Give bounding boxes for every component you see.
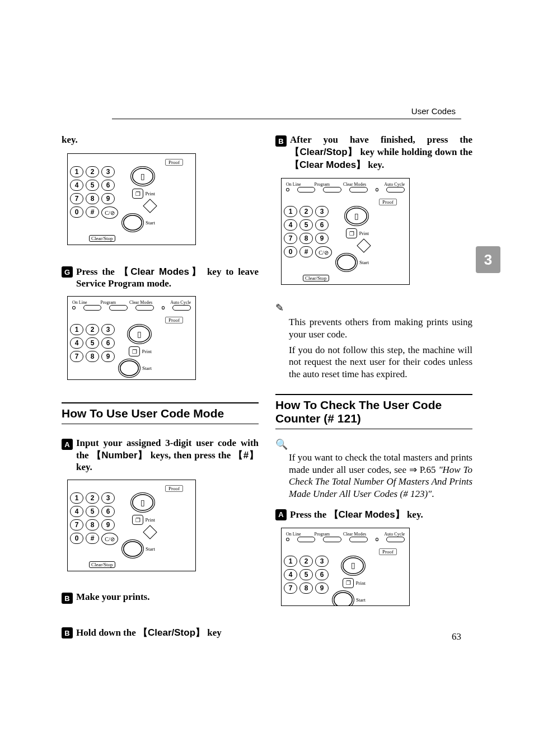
page-number: 63 <box>452 631 461 642</box>
step-a-right: A Press the 【Clear Modes】 key. <box>275 508 472 521</box>
note-p1: This prevents others from making prints … <box>289 316 472 341</box>
clearstop-label: Clear/Stop <box>303 275 329 281</box>
proof-label: Proof <box>165 317 183 323</box>
note-body: This prevents others from making prints … <box>289 316 472 384</box>
step-g-prefix: Press the <box>76 266 119 277</box>
step-b-text: Make your prints. <box>76 591 259 603</box>
autocycle-label: Auto Cycle <box>384 532 405 537</box>
clearmodes-label: Clear Modes <box>129 300 152 305</box>
right-column: B After you have finished, press the 【Cl… <box>275 134 472 642</box>
step-b-right: B After you have finished, press the 【Cl… <box>275 134 472 171</box>
program-label: Program <box>314 182 330 187</box>
proof-label: Proof <box>379 548 397 555</box>
program-label: Program <box>314 532 330 537</box>
keypad-figure-2: On Line Program Clear Modes Auto Cycle P… <box>67 296 196 380</box>
clear-stop-icon: C/⊘ <box>315 246 332 259</box>
left-column: key. Proof 123 456 789 0#C/⊘ ▯ ❐Print <box>62 134 259 642</box>
clear-stop-icon: C/⊘ <box>101 206 118 219</box>
keypad-figure-5: On Line Program Clear Modes Auto Cycle P… <box>281 528 410 606</box>
clearmodes-key: Clear Modes <box>339 509 395 520</box>
preparation-body: If you want to check the total masters a… <box>289 452 472 500</box>
clearstop-label: Clear/Stop <box>89 235 115 242</box>
header-rule <box>112 119 461 119</box>
step-number-icon: G <box>62 266 73 278</box>
keypad-figure-1: Proof 123 456 789 0#C/⊘ ▯ ❐Print Start <box>67 153 196 245</box>
rstepb-t3: key. <box>366 159 384 170</box>
rstepb-t1: After you have finished, press the <box>290 134 472 145</box>
proof-label: Proof <box>165 159 183 166</box>
online-label: On Line <box>286 182 301 187</box>
clearmodes-key: Clear Modes <box>299 159 356 170</box>
clear-stop-icon: C/⊘ <box>101 533 118 545</box>
rstepb-t2: key while holding down the <box>358 147 472 157</box>
note-p2: If you do not follow this step, the mach… <box>289 344 472 381</box>
step-b-hold: B Hold down the 【Clear/Stop】 key <box>62 626 259 639</box>
number-key: Number <box>101 450 137 461</box>
hash-key: # <box>243 450 249 461</box>
proof-label: Proof <box>379 199 397 205</box>
rstepa-t1: Press the <box>290 509 329 520</box>
chapter-tab: 3 <box>476 246 500 273</box>
step-a-t2: keys, then press the <box>148 450 233 461</box>
clearmodes-label: Clear Modes <box>343 182 366 187</box>
clearmodes-label: Clear Modes <box>343 532 366 537</box>
clearstop-key: Clear/Stop <box>148 627 195 638</box>
diamond-icon <box>143 199 157 213</box>
step-number-icon: B <box>62 627 73 638</box>
autocycle-label: Auto Cycle <box>384 182 405 187</box>
prep-ref: ⇒ P.65 <box>409 464 439 475</box>
step-balt-t1: Hold down the <box>76 627 138 638</box>
step-balt-t2: key <box>205 627 222 638</box>
proof-button-icon: ▯ <box>130 166 155 186</box>
clearstop-key: Clear/Stop <box>300 147 348 157</box>
clearstop-label: Clear/Stop <box>89 561 115 568</box>
step-number-icon: A <box>275 509 287 520</box>
note-icon: ✎ <box>275 302 472 314</box>
autocycle-label: Auto Cycle <box>170 300 191 305</box>
step-g: G Press the 【Clear Modes】 key to leave S… <box>62 265 259 289</box>
preparation-icon: 🔍 <box>275 438 472 450</box>
keypad-figure-4: On Line Program Clear Modes Auto Cycle P… <box>281 178 410 285</box>
continuation-key: key. <box>62 134 259 145</box>
running-header: User Codes <box>411 106 456 116</box>
step-number-icon: A <box>62 439 73 450</box>
section-heading-use-code: How To Use User Code Mode <box>62 402 259 424</box>
section-heading-check-counter: How To Check The User Code Counter (# 12… <box>275 394 472 429</box>
step-number-icon: B <box>275 135 287 147</box>
online-label: On Line <box>72 300 87 305</box>
prep-period: . <box>432 489 434 499</box>
proof-label: Proof <box>165 485 183 492</box>
step-number-icon: B <box>62 593 73 604</box>
step-a-left: A Input your assigned 3-digit user code … <box>62 438 259 473</box>
online-label: On Line <box>286 532 301 537</box>
clear-modes-key: Clear Modes <box>130 266 189 277</box>
program-label: Program <box>100 300 116 305</box>
rstepa-t2: key. <box>405 509 423 520</box>
keypad-figure-3: Proof 123 456 789 0#C/⊘ ▯ ❐Print Start <box>67 480 196 571</box>
step-a-t3: key. <box>76 462 92 472</box>
step-b-makeprints: B Make your prints. <box>62 591 259 604</box>
